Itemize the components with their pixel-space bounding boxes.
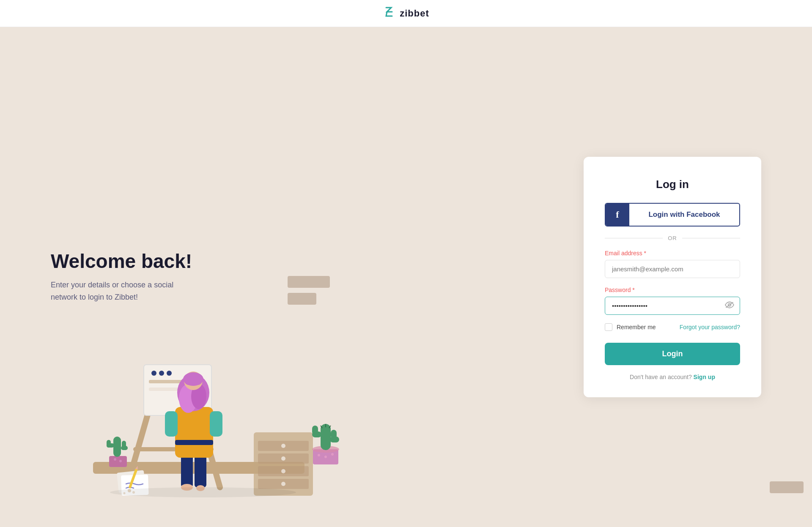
signup-text: Don't have an account? Sign up [605,374,740,380]
facebook-f-icon: f [616,209,619,220]
svg-rect-26 [312,426,318,435]
svg-rect-38 [210,411,222,437]
card-title: Log in [605,178,740,191]
facebook-icon-box: f [606,204,629,226]
svg-point-48 [114,458,116,461]
svg-rect-39 [175,440,213,445]
password-input[interactable] [605,297,740,315]
svg-point-16 [281,469,285,473]
main-content: Welcome back! Enter your details or choo… [0,27,812,527]
svg-point-49 [119,460,122,462]
svg-rect-32 [181,453,193,487]
facebook-login-button[interactable]: f Login with Facebook [605,203,740,227]
forgot-password-link[interactable]: Forgot your password? [680,324,740,330]
svg-point-14 [281,456,285,461]
signup-prompt: Don't have an account? [630,374,692,380]
logo-text: zibbet [400,8,429,19]
deco-rect-bottom-right [770,481,804,493]
svg-point-59 [110,487,296,497]
svg-point-22 [324,456,327,458]
svg-rect-54 [122,441,126,448]
facebook-button-label: Login with Facebook [629,210,739,219]
left-section: Welcome back! Enter your details or choo… [51,251,584,303]
right-section: Log in f Login with Facebook OR Email ad… [584,157,761,397]
login-card: Log in f Login with Facebook OR Email ad… [584,157,761,397]
remember-row: Remember me Forgot your password? [605,323,740,331]
svg-rect-52 [107,440,111,448]
svg-point-61 [132,491,135,494]
svg-point-18 [281,482,285,486]
login-button[interactable]: Login [605,343,740,365]
svg-rect-50 [113,437,121,457]
eye-toggle-icon[interactable] [725,301,734,311]
email-field-group: Email address * [605,250,740,278]
email-input[interactable] [605,260,740,278]
svg-point-12 [281,444,285,448]
svg-rect-28 [331,430,337,439]
svg-point-21 [318,454,320,456]
svg-rect-47 [109,456,127,467]
svg-point-60 [128,489,131,492]
remember-left: Remember me [605,323,656,331]
svg-rect-37 [165,411,178,437]
svg-point-5 [159,371,164,376]
svg-rect-33 [195,453,206,487]
signup-link[interactable]: Sign up [694,374,715,380]
or-line-left [605,238,663,238]
or-line-right [682,238,740,238]
or-divider: OR [605,235,740,241]
password-field-group: Password * [605,287,740,315]
svg-point-62 [123,492,126,494]
svg-rect-36 [175,407,213,458]
remember-me-label: Remember me [617,324,656,330]
svg-point-23 [331,453,334,456]
remember-me-checkbox[interactable] [605,323,612,331]
welcome-title: Welcome back! [51,251,584,272]
password-wrapper [605,297,740,315]
email-label: Email address * [605,250,740,257]
illustration [51,284,389,527]
svg-rect-46 [184,377,202,385]
or-text: OR [668,235,677,241]
password-label: Password * [605,287,740,293]
svg-point-4 [151,371,156,376]
logo: zibbet [383,5,429,22]
svg-point-6 [167,371,172,376]
header: zibbet [0,0,812,27]
logo-icon [383,5,396,22]
